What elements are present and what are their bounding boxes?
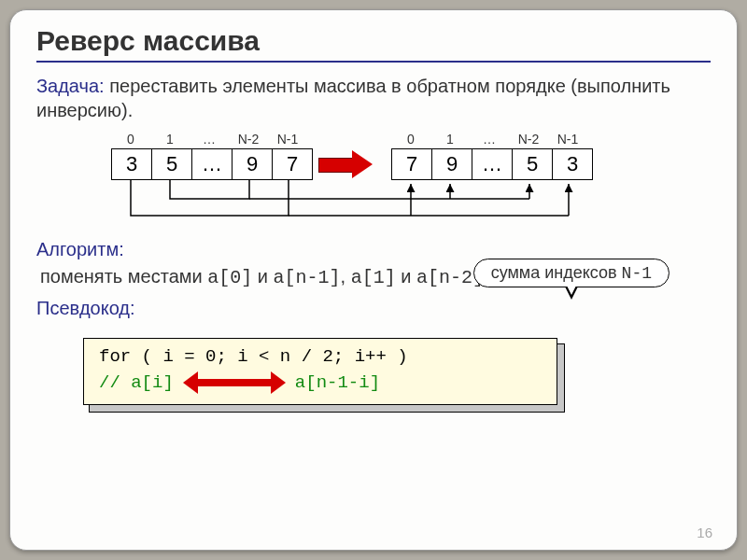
array-diagram: 0 1 … N-2 N-1 3 5 … 9 7 0 1 … N-2 N-1 7 …: [36, 132, 711, 239]
title-divider: [36, 61, 711, 63]
algo-part: и: [396, 266, 416, 287]
algo-code: a[n-1]: [274, 267, 341, 288]
idx: …: [470, 132, 509, 147]
idx: N-2: [509, 132, 548, 147]
badge-code: N-1: [622, 264, 652, 283]
cell: 9: [431, 148, 472, 180]
pseudocode-label: Псевдокод:: [36, 298, 711, 319]
cell: 7: [272, 148, 313, 180]
cell: …: [191, 148, 232, 180]
cell: …: [472, 148, 512, 180]
idx: N-1: [268, 132, 307, 147]
algo-code: a[1]: [351, 267, 396, 288]
idx: N-1: [548, 132, 587, 147]
algorithm-label: Алгоритм:: [36, 239, 711, 260]
cell: 5: [151, 148, 191, 180]
task-block: Задача: переставить элементы массива в о…: [36, 74, 711, 122]
code-frag: // a[i]: [99, 372, 174, 393]
page-number: 16: [697, 525, 712, 540]
indices-before: 0 1 … N-2 N-1: [111, 132, 307, 147]
idx: N-2: [229, 132, 268, 147]
index-sum-note: сумма индексов N-1: [473, 259, 669, 300]
task-text: переставить элементы массива в обратном …: [36, 76, 670, 120]
array-after: 7 9 … 5 3: [391, 148, 593, 180]
idx: 1: [150, 132, 190, 147]
code-frag: a[n-1-i]: [295, 372, 380, 393]
code-block: for ( i = 0; i < n / 2; i++ ) // a[i] a[…: [83, 338, 711, 405]
code-line-1: for ( i = 0; i < n / 2; i++ ): [99, 346, 542, 367]
cell: 5: [512, 148, 552, 180]
cell: 3: [111, 148, 151, 180]
cell: 3: [552, 148, 593, 180]
badge-text: сумма индексов: [491, 263, 622, 282]
indices-after: 0 1 … N-2 N-1: [391, 132, 587, 147]
idx: 1: [430, 132, 470, 147]
transform-arrow-icon: [318, 152, 374, 176]
task-label: Задача:: [36, 76, 105, 96]
array-before: 3 5 … 9 7: [111, 148, 313, 180]
cell: 9: [232, 148, 272, 180]
cell: 7: [391, 148, 431, 180]
code-line-2: // a[i] a[n-1-i]: [99, 372, 542, 393]
swap-arrow-icon: [183, 374, 286, 391]
idx: 0: [111, 132, 150, 147]
page-title: Реверс массива: [36, 25, 711, 57]
algo-part: ,: [341, 266, 351, 287]
idx: 0: [391, 132, 430, 147]
algo-part: и: [252, 266, 273, 287]
algo-code: a[0]: [207, 267, 252, 288]
algo-part: поменять местами: [40, 266, 207, 287]
idx: …: [190, 132, 229, 147]
